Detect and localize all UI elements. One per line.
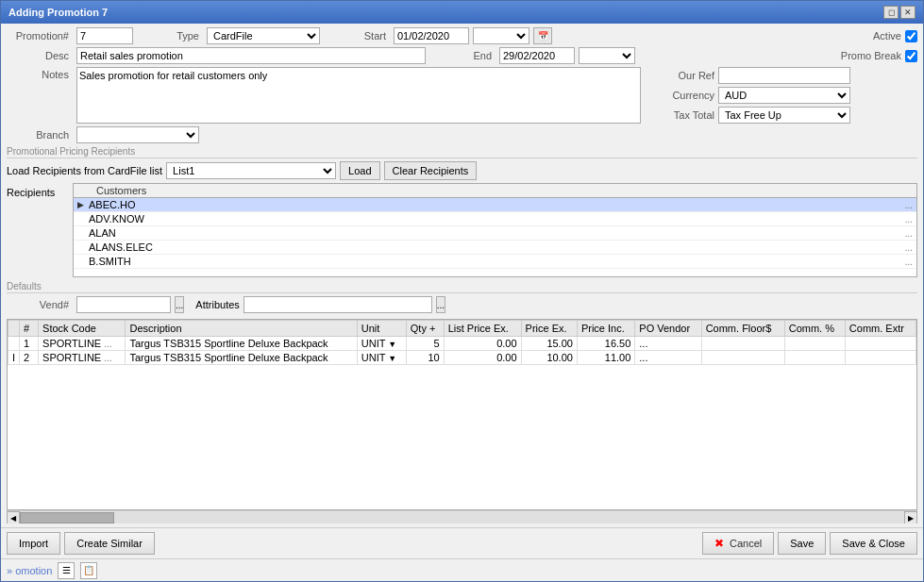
start-time-select[interactable] xyxy=(473,27,529,44)
unit-cell: UNIT ▼ xyxy=(357,337,406,351)
footer-buttons: Import Create Similar ✖ Cancel Save Save… xyxy=(1,527,923,558)
import-button[interactable]: Import xyxy=(7,532,60,555)
col-num-header: # xyxy=(20,321,39,337)
qur-ref-input[interactable] xyxy=(718,67,850,84)
promo-pricing-label: Promotional Pricing Recipients xyxy=(7,146,917,158)
promotion-label: Promotion# xyxy=(7,30,73,42)
copy-icon[interactable]: 📋 xyxy=(80,562,97,579)
branch-row: Branch xyxy=(7,126,917,143)
active-checkbox[interactable] xyxy=(905,30,917,42)
comm-floor-cell xyxy=(701,351,784,365)
col-comm-floor-header: Comm. Floor$ xyxy=(701,321,784,337)
list-item[interactable]: ADV.KNOW ... xyxy=(74,212,916,226)
table-row[interactable]: 1 SPORTLINE ... Targus TSB315 Sportline … xyxy=(8,337,916,351)
list-icon[interactable]: ☰ xyxy=(58,562,75,579)
comm-pct-cell xyxy=(784,351,845,365)
clear-recipients-button[interactable]: Clear Recipients xyxy=(384,161,478,180)
start-calendar-button[interactable]: 📅 xyxy=(533,27,552,44)
price-inc-cell: 11.00 xyxy=(577,351,634,365)
attributes-lookup-button[interactable]: ... xyxy=(436,296,445,313)
cancel-label: Cancel xyxy=(730,538,762,549)
end-date-input[interactable] xyxy=(499,47,575,64)
recipient-name: ALAN xyxy=(89,227,901,239)
list-item[interactable]: ▶ ABEC.HO ... xyxy=(74,198,916,212)
col-description-header: Description xyxy=(126,321,357,337)
promo-break-label: Promo Break xyxy=(841,50,901,61)
price-inc-cell: 16.50 xyxy=(577,337,634,351)
data-grid[interactable]: # Stock Code Description Unit Qty + List… xyxy=(7,319,917,510)
price-ex-cell: 15.00 xyxy=(521,337,577,351)
right-panel: Our Ref Currency AUD Tax Total Tax Free … xyxy=(648,67,894,124)
comm-pct-cell xyxy=(784,337,845,351)
desc-input[interactable] xyxy=(76,47,426,64)
stock-lookup-dots[interactable]: ... xyxy=(104,339,111,349)
list-item[interactable]: ALAN ... xyxy=(74,226,916,241)
unit-dropdown-icon[interactable]: ▼ xyxy=(388,354,396,363)
promotions-table: # Stock Code Description Unit Qty + List… xyxy=(8,320,916,365)
window-controls: ◻ ✕ xyxy=(883,6,916,19)
recipients-label: Recipients xyxy=(7,187,55,198)
vend-input[interactable] xyxy=(76,296,171,313)
list-select[interactable]: List1 List2 xyxy=(166,162,336,179)
recipients-content: Recipients Customers ▶ ABEC.HO ... xyxy=(7,183,917,277)
price-ex-cell: 10.00 xyxy=(521,351,577,365)
row-indicator: I xyxy=(8,351,20,365)
horizontal-scrollbar[interactable]: ◀ ▶ xyxy=(7,510,917,524)
row-menu-dots[interactable]: ... xyxy=(901,242,913,253)
cancel-button[interactable]: ✖ Cancel xyxy=(702,532,774,555)
promo-break-checkbox[interactable] xyxy=(905,50,917,62)
restore-button[interactable]: ◻ xyxy=(883,6,899,19)
defaults-section: Defaults Vend# ... Attributes ... xyxy=(7,281,917,316)
currency-select[interactable]: AUD xyxy=(718,87,850,104)
recipients-header: Customers xyxy=(74,184,916,198)
scroll-left-button[interactable]: ◀ xyxy=(7,511,20,524)
customers-column-header: Customers xyxy=(96,185,913,196)
load-recipients-row: Load Recipients from CardFile list List1… xyxy=(7,161,917,180)
qur-ref-row: Our Ref xyxy=(648,67,894,84)
save-close-button[interactable]: Save & Close xyxy=(830,532,917,555)
row-menu-dots[interactable]: ... xyxy=(901,257,913,267)
recipient-name: ADV.KNOW xyxy=(89,213,901,224)
description-cell: Targus TSB315 Sportline Deluxe Backpack xyxy=(126,337,357,351)
promotional-pricing-section: Promotional Pricing Recipients Load Reci… xyxy=(7,146,917,277)
col-price-ex-header: Price Ex. xyxy=(521,321,577,337)
col-unit-header: Unit xyxy=(357,321,406,337)
row-menu-dots[interactable]: ... xyxy=(901,228,913,239)
start-date-input[interactable] xyxy=(394,27,469,44)
attributes-input[interactable] xyxy=(244,296,432,313)
col-qty-header: Qty + xyxy=(406,321,444,337)
recipients-label-area: Recipients xyxy=(7,183,73,277)
list-item[interactable]: B.SMITH ... xyxy=(74,255,916,269)
scrollbar-track xyxy=(20,511,904,524)
type-label: Type xyxy=(137,30,203,42)
promotion-input[interactable] xyxy=(76,27,133,44)
notes-textarea[interactable]: Sales promotion for retail customers onl… xyxy=(76,67,641,124)
tax-total-select[interactable]: Tax Free Up Tax Free Down Tax Inc Tax Ex… xyxy=(718,107,850,124)
scrollbar-thumb[interactable] xyxy=(20,512,114,524)
scroll-right-button[interactable]: ▶ xyxy=(904,511,917,524)
bottom-promotion-link[interactable]: » omotion xyxy=(7,565,52,576)
list-price-ex-cell: 0.00 xyxy=(444,337,521,351)
stock-lookup-dots[interactable]: ... xyxy=(104,353,111,363)
vend-lookup-button[interactable]: ... xyxy=(175,296,184,313)
branch-select[interactable] xyxy=(76,126,199,143)
row-menu-dots[interactable]: ... xyxy=(901,200,913,210)
close-button[interactable]: ✕ xyxy=(900,6,916,19)
qty-cell: 5 xyxy=(406,337,444,351)
row-num: 1 xyxy=(20,337,39,351)
row-menu-dots[interactable]: ... xyxy=(901,214,913,224)
unit-dropdown-icon[interactable]: ▼ xyxy=(388,340,396,349)
table-row[interactable]: I 2 SPORTLINE ... Targus TSB315 Sportlin… xyxy=(8,351,916,365)
stock-code-cell: SPORTLINE ... xyxy=(39,337,126,351)
recipients-list[interactable]: Customers ▶ ABEC.HO ... ADV.KNOW ... xyxy=(73,183,917,277)
load-button[interactable]: Load xyxy=(340,161,379,180)
qur-ref-label: Our Ref xyxy=(648,70,714,81)
save-button[interactable]: Save xyxy=(778,532,826,555)
create-similar-button[interactable]: Create Similar xyxy=(64,532,155,555)
col-po-vendor-header: PO Vendor xyxy=(635,321,701,337)
type-select[interactable]: CardFile xyxy=(207,27,320,44)
comm-floor-cell xyxy=(701,337,784,351)
notes-area-wrap: Notes Sales promotion for retail custome… xyxy=(7,67,641,124)
end-time-select[interactable] xyxy=(579,47,635,64)
list-item[interactable]: ALANS.ELEC ... xyxy=(74,241,916,255)
